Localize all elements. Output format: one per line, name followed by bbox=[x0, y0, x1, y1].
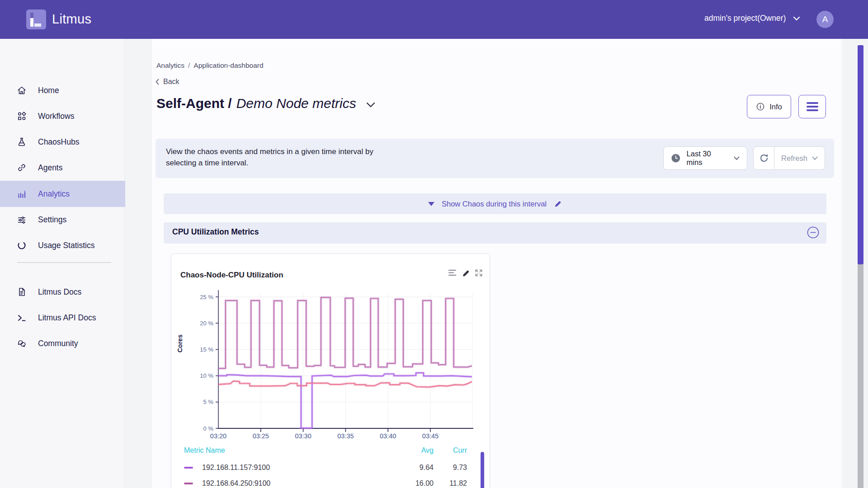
edit-pencil-icon[interactable] bbox=[554, 200, 562, 208]
edit-chart-icon[interactable] bbox=[462, 269, 470, 277]
brand-title: Litmus bbox=[52, 12, 91, 27]
cpu-utilization-chart: 0 %5 %10 %15 %20 %25 %03:2003:2503:3003:… bbox=[171, 284, 491, 443]
workflows-icon bbox=[17, 111, 27, 121]
page-title-agent: Self-Agent / bbox=[156, 96, 232, 111]
svg-text:0 %: 0 % bbox=[203, 425, 214, 432]
info-icon bbox=[756, 102, 765, 111]
svg-text:03:35: 03:35 bbox=[337, 432, 354, 440]
terminal-icon bbox=[17, 313, 27, 323]
breadcrumb-application-dashboard[interactable]: Application-dashboard bbox=[193, 61, 263, 70]
sidebar-item-workflows[interactable]: Workflows bbox=[0, 103, 125, 129]
breadcrumb-analytics[interactable]: Analytics bbox=[156, 61, 184, 70]
svg-text:15 %: 15 % bbox=[200, 346, 213, 353]
breadcrumb: Analytics / Application-dashboard bbox=[156, 61, 264, 70]
page-title: Self-Agent / Demo Node metrics bbox=[156, 96, 375, 111]
chevron-left-icon bbox=[156, 79, 159, 85]
litmus-logo-icon bbox=[26, 9, 46, 29]
sidebar-item-agents[interactable]: Agents bbox=[0, 155, 125, 181]
page-scrollbar-thumb[interactable] bbox=[858, 45, 863, 264]
legend-header-avg: Avg bbox=[401, 446, 434, 455]
chevron-down-icon bbox=[734, 156, 740, 160]
sidebar-item-label: Analytics bbox=[38, 189, 70, 199]
home-icon bbox=[17, 85, 27, 95]
sidebar-item-label: Settings bbox=[38, 215, 66, 225]
sidebar-item-chaoshubs[interactable]: ChaosHubs bbox=[0, 129, 125, 155]
sidebar-item-litmus-api-docs[interactable]: Litmus API Docs bbox=[0, 305, 125, 331]
avatar[interactable]: A bbox=[816, 11, 834, 28]
legend-header-metric: Metric Name bbox=[184, 446, 401, 455]
legend-row: 192.168.64.250:9100 16.00 11.82 bbox=[171, 479, 491, 488]
interval-info-text: View the chaos events and metrics in a g… bbox=[166, 146, 373, 169]
refresh-rate-select[interactable]: Refresh bbox=[774, 146, 825, 170]
triangle-down-icon[interactable] bbox=[428, 202, 434, 206]
app-header: Litmus admin's project(Owner) A bbox=[0, 0, 868, 39]
svg-text:25 %: 25 % bbox=[200, 294, 213, 300]
chart-card: Chaos-Node-CPU Utilization Cores 0 %5 %1… bbox=[171, 253, 490, 488]
sidebar-item-community[interactable]: Community bbox=[0, 330, 125, 357]
sidebar-divider bbox=[17, 262, 111, 263]
svg-text:5 %: 5 % bbox=[203, 399, 214, 405]
chevron-down-icon bbox=[812, 156, 818, 160]
sidebar-item-analytics[interactable]: Analytics bbox=[0, 181, 125, 207]
title-chevron-down-icon[interactable] bbox=[366, 102, 375, 108]
sidebar-item-usage-statistics[interactable]: Usage Statistics bbox=[0, 232, 125, 258]
chevron-down-icon bbox=[793, 16, 800, 21]
sidebar-item-settings[interactable]: Settings bbox=[0, 206, 125, 233]
project-selector[interactable]: admin's project(Owner) bbox=[704, 14, 800, 23]
page-scrollbar-lower-track bbox=[858, 264, 863, 488]
collapse-minus-icon[interactable] bbox=[807, 226, 819, 239]
cpu-section-header bbox=[164, 222, 826, 244]
sidebar-item-label: Home bbox=[38, 86, 59, 95]
usage-statistics-icon bbox=[17, 240, 27, 250]
svg-text:03:45: 03:45 bbox=[422, 432, 439, 440]
metric-name: 192.168.11.157:9100 bbox=[202, 464, 270, 472]
sidebar-item-label: Workflows bbox=[38, 112, 74, 121]
back-button[interactable]: Back bbox=[156, 78, 179, 86]
metric-name: 192.168.64.250:9100 bbox=[202, 479, 270, 488]
sidebar-item-label: Agents bbox=[38, 163, 62, 173]
sidebar-item-home[interactable]: Home bbox=[0, 77, 125, 103]
chat-bubbles-icon bbox=[17, 338, 27, 348]
show-chaos-bar: Show Chaos during this interval bbox=[164, 193, 826, 214]
refresh-now-button[interactable] bbox=[753, 146, 774, 170]
view-data-icon[interactable] bbox=[448, 269, 457, 277]
sidebar-item-litmus-docs[interactable]: Litmus Docs bbox=[0, 279, 125, 305]
series-color-dash bbox=[184, 483, 193, 484]
expand-icon[interactable] bbox=[475, 269, 483, 277]
sliders-icon bbox=[17, 215, 27, 225]
svg-text:10 %: 10 % bbox=[200, 372, 213, 379]
page-title-dashboard: Demo Node metrics bbox=[236, 96, 356, 111]
legend-header-curr: Curr bbox=[434, 446, 467, 455]
legend-scrollbar[interactable] bbox=[481, 452, 484, 488]
svg-text:03:30: 03:30 bbox=[295, 432, 311, 440]
legend-row: 192.168.11.157:9100 9.64 9.73 bbox=[171, 463, 491, 472]
project-selector-label: admin's project(Owner) bbox=[704, 14, 786, 23]
document-icon bbox=[17, 287, 27, 297]
time-range-select[interactable]: Last 30 mins bbox=[663, 146, 747, 170]
sidebar-item-label: Usage Statistics bbox=[38, 241, 94, 250]
chart-title: Chaos-Node-CPU Utilization bbox=[180, 271, 283, 280]
cpu-section-title: CPU Utilization Metrics bbox=[172, 227, 259, 237]
info-button[interactable]: Info bbox=[747, 95, 791, 118]
sidebar-item-label: ChaosHubs bbox=[38, 137, 79, 147]
analytics-icon bbox=[17, 189, 27, 199]
sidebar: Home Workflows ChaosHubs Agents bbox=[0, 39, 125, 488]
breadcrumb-separator: / bbox=[188, 61, 190, 70]
sidebar-item-label: Litmus API Docs bbox=[38, 313, 96, 323]
legend-header-row: Metric Name Avg Curr bbox=[171, 446, 491, 455]
hamburger-icon bbox=[807, 102, 818, 104]
svg-text:20 %: 20 % bbox=[200, 320, 213, 327]
sidebar-item-label: Litmus Docs bbox=[38, 287, 81, 297]
clock-icon bbox=[671, 153, 681, 163]
link-icon bbox=[17, 163, 27, 173]
svg-text:03:40: 03:40 bbox=[380, 432, 396, 440]
series-color-dash bbox=[184, 467, 193, 469]
sidebar-item-label: Community bbox=[38, 339, 78, 348]
flask-icon bbox=[17, 137, 27, 147]
show-chaos-label[interactable]: Show Chaos during this interval bbox=[442, 200, 547, 208]
svg-text:03:20: 03:20 bbox=[210, 432, 226, 440]
svg-text:03:25: 03:25 bbox=[253, 432, 269, 440]
dashboard-menu-button[interactable] bbox=[798, 95, 826, 118]
refresh-icon bbox=[759, 153, 769, 164]
time-range-value: Last 30 mins bbox=[687, 150, 728, 167]
